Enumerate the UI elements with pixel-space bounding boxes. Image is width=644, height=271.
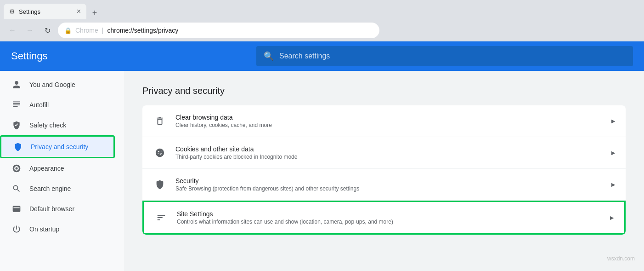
- sidebar-label-you-and-google: You and Google: [29, 81, 75, 88]
- svg-point-8: [158, 153, 158, 154]
- search-icon: 🔍: [264, 51, 274, 61]
- row-arrow-security: ►: [610, 181, 616, 188]
- section-title: Privacy and security: [142, 86, 626, 96]
- row-arrow-clear-browsing: ►: [610, 117, 616, 125]
- safety-check-icon: [11, 121, 22, 130]
- cookies-icon: [152, 144, 168, 161]
- sidebar-item-autofill[interactable]: Autofill: [0, 95, 119, 115]
- sidebar-label-privacy-and-security: Privacy and security: [31, 143, 88, 150]
- sidebar-label-on-startup: On startup: [29, 225, 59, 233]
- url-pipe: |: [102, 27, 104, 34]
- sidebar-item-safety-check[interactable]: Safety check: [0, 115, 119, 135]
- settings-card: Clear browsing data Clear history, cooki…: [142, 105, 626, 235]
- row-title-cookies: Cookies and other site data: [175, 145, 603, 153]
- url-bar[interactable]: 🔒 Chrome | chrome://settings/privacy: [58, 23, 379, 38]
- sidebar-item-default-browser[interactable]: Default browser: [0, 199, 119, 219]
- forward-button[interactable]: →: [23, 23, 37, 37]
- row-title-site-settings: Site Settings: [177, 210, 601, 218]
- default-browser-icon: [11, 204, 22, 213]
- clear-browsing-icon: [152, 113, 168, 129]
- back-button[interactable]: ←: [6, 23, 19, 37]
- active-tab[interactable]: ⚙ Settings ×: [4, 4, 86, 19]
- settings-row-site-settings[interactable]: Site Settings Controls what information …: [142, 201, 626, 235]
- settings-header: Settings 🔍: [0, 41, 644, 71]
- svg-rect-3: [13, 206, 21, 212]
- row-subtitle-cookies: Third-party cookies are blocked in Incog…: [175, 154, 603, 160]
- person-icon: [11, 80, 22, 89]
- url-separator: Chrome: [75, 27, 98, 34]
- settings-app: Settings 🔍 You and Google Autofill: [0, 41, 644, 271]
- row-arrow-site-settings: ►: [609, 214, 615, 221]
- row-subtitle-site-settings: Controls what information sites can use …: [177, 219, 601, 225]
- security-icon: [152, 176, 168, 193]
- search-bar[interactable]: 🔍: [256, 46, 633, 66]
- row-content-clear-browsing: Clear browsing data Clear history, cooki…: [175, 114, 603, 128]
- on-startup-icon: [11, 225, 22, 234]
- sidebar-item-you-and-google[interactable]: You and Google: [0, 75, 119, 95]
- site-settings-icon: [153, 209, 169, 226]
- svg-point-9: [160, 153, 161, 155]
- svg-point-10: [161, 153, 162, 154]
- sidebar-label-safety-check: Safety check: [29, 121, 66, 129]
- lock-icon: 🔒: [64, 27, 72, 34]
- row-title-clear-browsing: Clear browsing data: [175, 114, 603, 121]
- sidebar-item-appearance[interactable]: Appearance: [0, 158, 119, 179]
- svg-rect-4: [13, 208, 19, 208]
- url-text: chrome://settings/privacy: [107, 27, 178, 34]
- tab-close-button[interactable]: ×: [77, 7, 81, 16]
- appearance-icon: [11, 164, 22, 173]
- watermark: wsxdn.com: [607, 255, 635, 262]
- new-tab-button[interactable]: +: [88, 6, 101, 19]
- svg-point-2: [16, 167, 18, 170]
- sidebar-label-default-browser: Default browser: [29, 205, 74, 213]
- row-arrow-cookies: ►: [610, 149, 616, 156]
- search-input[interactable]: [279, 52, 626, 60]
- settings-title: Settings: [11, 50, 249, 62]
- row-content-cookies: Cookies and other site data Third-party …: [175, 145, 603, 160]
- row-content-security: Security Safe Browsing (protection from …: [175, 177, 603, 192]
- sidebar-item-privacy-and-security[interactable]: Privacy and security: [0, 135, 115, 158]
- sidebar-item-search-engine[interactable]: Search engine: [0, 179, 119, 199]
- main-content: Privacy and security Clear browsing data…: [124, 71, 644, 271]
- row-subtitle-security: Safe Browsing (protection from dangerous…: [175, 185, 603, 192]
- svg-point-7: [161, 150, 162, 151]
- sidebar-label-search-engine: Search engine: [29, 185, 71, 192]
- tab-favicon: ⚙: [9, 8, 15, 15]
- row-content-site-settings: Site Settings Controls what information …: [177, 210, 601, 225]
- search-engine-icon: [11, 184, 22, 193]
- refresh-button[interactable]: ↻: [40, 23, 54, 37]
- sidebar: You and Google Autofill Safety check: [0, 71, 124, 271]
- sidebar-label-autofill: Autofill: [29, 101, 49, 109]
- svg-point-5: [156, 149, 164, 157]
- tab-title: Settings: [19, 8, 73, 15]
- privacy-icon: [12, 142, 23, 151]
- autofill-icon: [11, 100, 22, 110]
- row-title-security: Security: [175, 177, 603, 185]
- row-subtitle-clear-browsing: Clear history, cookies, cache, and more: [175, 122, 603, 128]
- settings-row-security[interactable]: Security Safe Browsing (protection from …: [142, 169, 626, 201]
- svg-point-6: [158, 151, 159, 152]
- settings-row-cookies[interactable]: Cookies and other site data Third-party …: [142, 137, 626, 169]
- address-bar: ← → ↻ 🔒 Chrome | chrome://settings/priva…: [0, 19, 644, 41]
- sidebar-label-appearance: Appearance: [29, 165, 64, 172]
- settings-body: You and Google Autofill Safety check: [0, 71, 644, 271]
- settings-row-clear-browsing[interactable]: Clear browsing data Clear history, cooki…: [142, 105, 626, 137]
- sidebar-item-on-startup[interactable]: On startup: [0, 219, 119, 239]
